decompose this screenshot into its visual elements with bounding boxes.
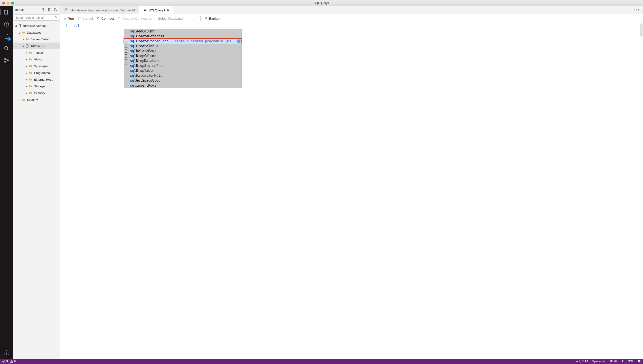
snippet-icon [125,64,128,68]
task-history-activity-icon[interactable] [3,20,10,28]
snippet-icon [125,35,128,38]
database-icon [25,44,29,48]
chevron-down-icon: ◢ [18,31,21,34]
suggestion-item[interactable]: sqlCreateDatabase [124,34,242,39]
tab-dashboard-label: tutorialserver.database.windows.net:Tuto… [70,8,135,12]
folder-icon [22,98,26,102]
suggestion-item[interactable]: sqlGetSpaceUsed [124,78,242,83]
code-editor[interactable]: 1 sql sqlAddColumnsqlCreateDatabasesqlCr… [60,23,643,359]
dirty-indicator-icon [167,10,169,11]
database-selector-label: Select Database [158,16,183,20]
server-search: ✕ [14,14,59,20]
svg-point-19 [205,17,205,18]
database-selector[interactable]: Select Database ⌄ [156,16,196,20]
snippet-icon [125,74,128,77]
chevron-right-icon: ▸ [22,38,25,40]
suggestion-label: sqlDropTable [130,69,154,73]
suggestion-item[interactable]: sqlAddColumn [124,29,242,34]
svg-point-5 [5,61,6,62]
typed-text: sql [74,24,80,28]
close-window-button[interactable] [2,2,5,4]
storage-label: Storage [34,84,45,88]
suggestion-label: sqlGetSpaceUsed [130,78,160,82]
views-node[interactable]: ▸ Views [13,56,60,63]
new-connection-icon[interactable] [41,8,45,12]
indentation-status[interactable]: Spaces: 4 [592,360,605,363]
source-control-activity-icon[interactable] [3,57,10,64]
tab-dashboard[interactable]: tutorialserver.database.windows.net:Tuto… [60,6,139,14]
cursor-position[interactable]: Ln 1, Col 4 [575,360,588,363]
suggestion-item[interactable]: sqlDropDatabase [124,58,242,63]
databases-label: Databases [27,31,42,34]
search-activity-icon[interactable] [3,45,10,52]
connect-button[interactable]: Connect [97,16,114,20]
stack-icon [143,8,147,12]
server-search-input[interactable] [14,14,59,20]
db-security-node[interactable]: ▸ Security [13,90,60,96]
synonyms-label: Synonyms [34,64,48,68]
svg-point-6 [8,60,9,61]
feedback-icon[interactable] [638,360,641,363]
databases-node[interactable]: ◢ Databases [13,29,60,36]
suggestion-item[interactable]: sqlExtensionHelp [124,73,242,78]
chevron-right-icon: ▸ [25,72,28,74]
clear-search-icon[interactable]: ✕ [55,16,58,19]
suggestion-label: sqlAddColumn [130,29,154,33]
intellisense-popup: sqlAddColumnsqlCreateDatabasesqlCreateSt… [124,29,242,88]
explain-icon [205,16,208,20]
errors-count: 0 [6,360,8,363]
settings-gear-icon[interactable] [3,349,10,356]
suggestion-item[interactable]: sqlDeleteRows [124,48,242,54]
server-action-icon[interactable] [54,8,58,12]
suggestion-item[interactable]: sqlInsertRows [124,83,242,88]
tables-node[interactable]: ▸ Tables [13,49,60,56]
tab-overflow-button[interactable]: ••• [631,6,643,14]
explain-button[interactable]: Explain [205,16,220,20]
eol-status[interactable]: LF [620,360,624,363]
server-node[interactable]: ◢ tutorialserver.dat… [13,22,60,29]
explorer-activity-icon[interactable]: 1 [3,33,10,40]
server-icon [18,24,22,28]
zoom-window-button[interactable] [11,2,14,4]
errors-status[interactable]: 0 [2,360,8,363]
server-security-node[interactable]: ▸ Security [13,96,60,103]
tutorialdb-node[interactable]: ◢ TutorialDB [13,42,60,49]
code-content[interactable]: sql [60,23,643,28]
language-mode[interactable]: SQL [628,360,633,363]
storage-node[interactable]: ▸ Storage [13,83,60,90]
folder-icon [29,84,33,88]
system-databases-node[interactable]: ▸ System Datab.. [13,36,60,42]
folder-icon [22,30,26,34]
synonyms-node[interactable]: ▸ Synonyms [13,63,60,70]
warnings-status[interactable]: 0 [10,360,16,363]
programmability-label: Programma.. [34,71,52,74]
svg-point-7 [6,352,8,354]
snippet-icon [125,44,128,48]
new-group-icon[interactable] [47,8,51,12]
suggestion-item[interactable]: sqlDropColumn [124,54,242,58]
external-resources-node[interactable]: ▸ External Res.. [13,76,60,83]
explorer-badge: 1 [8,37,11,41]
snippet-icon [125,30,128,33]
minimize-window-button[interactable] [7,2,10,4]
folder-icon [29,78,33,82]
snippet-icon [125,59,128,62]
info-icon[interactable]: i [237,40,241,43]
folder-icon [29,50,33,54]
tab-sqlquery[interactable]: SQLQuery1 [139,6,173,14]
editor-scrollbar[interactable] [640,23,642,37]
servers-activity-icon[interactable] [3,8,10,16]
programmability-node[interactable]: ▸ Programma.. [13,70,60,76]
suggestion-item[interactable]: sqlCreateTable [124,44,242,48]
run-button[interactable]: ▷ Run [64,16,74,20]
suggestion-label: sqlCreateStoredProc [130,39,169,43]
chevron-right-icon: ▸ [25,92,28,94]
folder-icon [29,57,33,61]
suggestion-item[interactable]: sqlCreateStoredProcCreate a stored proce… [124,39,242,44]
suggestion-item[interactable]: sqlDropTable [124,68,242,73]
encoding-status[interactable]: UTF-8 [609,360,616,363]
sidebar-title: SERVE.. [15,9,25,12]
suggestion-item[interactable]: sqlDropStoredProc [124,63,242,68]
suggestion-label: sqlDeleteRows [130,49,156,53]
external-resources-label: External Res.. [34,78,53,81]
